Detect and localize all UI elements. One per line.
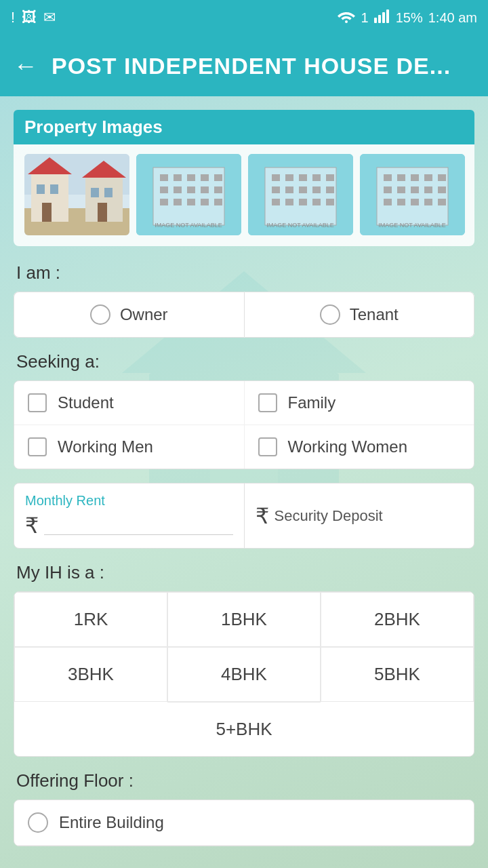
checkbox-label-working-women: Working Women (288, 437, 408, 456)
monthly-rent-rupee-icon: ₹ (25, 513, 39, 538)
svg-rect-36 (174, 199, 182, 205)
svg-rect-17 (37, 184, 45, 194)
mail-icon: ✉ (43, 9, 56, 26)
radio-label-owner: Owner (120, 305, 168, 324)
svg-rect-69 (424, 186, 432, 193)
bhk-last-row: 5+BHK (14, 702, 474, 756)
seeking-row-1: Student Family (14, 381, 474, 425)
status-bar: ! 🖼 ✉ 1 15% 1:40 a (0, 0, 488, 35)
checkbox-label-student: Student (58, 393, 114, 412)
svg-rect-46 (312, 174, 321, 181)
svg-rect-71 (384, 199, 392, 205)
bhk-5bhk[interactable]: 5BHK (321, 647, 474, 702)
svg-rect-54 (285, 199, 293, 205)
bhk-4bhk[interactable]: 4BHK (167, 647, 321, 702)
svg-text:IMAGE NOT AVAILABLE: IMAGE NOT AVAILABLE (378, 222, 446, 229)
property-images-card: Property Images (14, 110, 474, 246)
svg-rect-29 (214, 174, 222, 181)
property-image-3[interactable]: IMAGE NOT AVAILABLE (360, 154, 465, 235)
svg-rect-47 (326, 174, 334, 181)
seeking-label: Seeking a: (14, 351, 474, 372)
svg-rect-27 (187, 174, 195, 181)
svg-rect-67 (397, 186, 405, 193)
svg-rect-70 (438, 186, 446, 193)
svg-rect-61 (384, 174, 392, 181)
time-text: 1:40 am (428, 10, 477, 26)
bhk-1rk[interactable]: 1RK (14, 592, 167, 647)
bhk-2bhk[interactable]: 2BHK (321, 592, 474, 647)
checkbox-square-working-men (28, 437, 47, 456)
checkbox-label-family: Family (288, 393, 336, 412)
svg-rect-49 (285, 186, 293, 193)
svg-rect-38 (201, 199, 209, 205)
image-icon: 🖼 (22, 9, 37, 26)
bhk-3bhk[interactable]: 3BHK (14, 647, 167, 702)
page-title: POST INDEPENDENT HOUSE DE... (52, 53, 451, 79)
property-image-2[interactable]: IMAGE NOT AVAILABLE (248, 154, 353, 235)
seeking-checkbox-group: Student Family Working Men Working Women (14, 380, 474, 469)
checkbox-student[interactable]: Student (14, 381, 245, 425)
sim-icon: 1 (361, 10, 369, 26)
status-bar-right: 1 15% 1:40 am (337, 9, 477, 26)
svg-rect-21 (42, 203, 52, 222)
property-image-1[interactable]: IMAGE NOT AVAILABLE (136, 154, 241, 235)
svg-rect-43 (272, 174, 280, 181)
i-am-radio-group: Owner Tenant (14, 292, 474, 338)
checkbox-working-women[interactable]: Working Women (245, 425, 474, 469)
radio-circle-entire-building (28, 812, 48, 833)
floor-entire-building[interactable]: Entire Building (14, 800, 474, 846)
bhk-5plus[interactable]: 5+BHK (167, 702, 321, 756)
back-button[interactable]: ← (14, 52, 38, 80)
security-deposit-rupee-icon: ₹ (256, 503, 269, 529)
svg-rect-64 (424, 174, 432, 181)
svg-rect-8 (382, 12, 385, 23)
bhk-1bhk[interactable]: 1BHK (167, 592, 321, 647)
svg-rect-75 (438, 199, 446, 205)
property-image-0[interactable] (24, 154, 129, 235)
svg-rect-55 (299, 199, 307, 205)
security-deposit-label: Security Deposit (274, 507, 383, 525)
radio-label-tenant: Tenant (350, 305, 399, 324)
floor-entire-building-label: Entire Building (59, 813, 164, 832)
offering-floor-card: Entire Building (14, 800, 474, 846)
wifi-icon (337, 9, 356, 26)
checkbox-square-family (258, 393, 277, 412)
i-am-label: I am : (14, 262, 474, 283)
svg-rect-25 (160, 174, 168, 181)
alert-icon: ! (11, 9, 15, 26)
my-ih-label: My IH is a : (14, 562, 474, 583)
radio-tenant[interactable]: Tenant (244, 292, 475, 338)
svg-rect-31 (174, 186, 182, 193)
svg-rect-51 (312, 186, 321, 193)
svg-rect-74 (424, 199, 432, 205)
monthly-rent-input[interactable] (44, 517, 233, 535)
svg-rect-7 (378, 15, 381, 23)
svg-rect-52 (326, 186, 334, 193)
checkbox-family[interactable]: Family (245, 381, 474, 425)
svg-rect-48 (272, 186, 280, 193)
monthly-rent-box: Monthly Rent ₹ (14, 484, 245, 548)
radio-owner[interactable]: Owner (14, 292, 244, 338)
svg-rect-44 (285, 174, 293, 181)
svg-rect-32 (187, 186, 195, 193)
svg-point-5 (345, 20, 348, 23)
svg-rect-9 (386, 9, 389, 23)
svg-rect-73 (411, 199, 419, 205)
svg-rect-33 (201, 186, 209, 193)
rent-deposit-row: Monthly Rent ₹ ₹ Security Deposit (14, 483, 474, 549)
monthly-rent-input-row: ₹ (25, 513, 233, 538)
svg-rect-56 (312, 199, 321, 205)
monthly-rent-label: Monthly Rent (25, 493, 233, 509)
svg-rect-20 (104, 188, 113, 197)
svg-rect-62 (397, 174, 405, 181)
checkbox-label-working-men: Working Men (58, 437, 153, 456)
svg-rect-18 (50, 184, 58, 194)
signal-icon (374, 9, 390, 26)
svg-rect-34 (214, 186, 222, 193)
status-bar-left: ! 🖼 ✉ (11, 9, 56, 26)
svg-rect-65 (438, 174, 446, 181)
checkbox-working-men[interactable]: Working Men (14, 425, 245, 469)
battery-text: 15% (396, 10, 423, 26)
svg-rect-68 (411, 186, 419, 193)
svg-rect-53 (272, 199, 280, 205)
